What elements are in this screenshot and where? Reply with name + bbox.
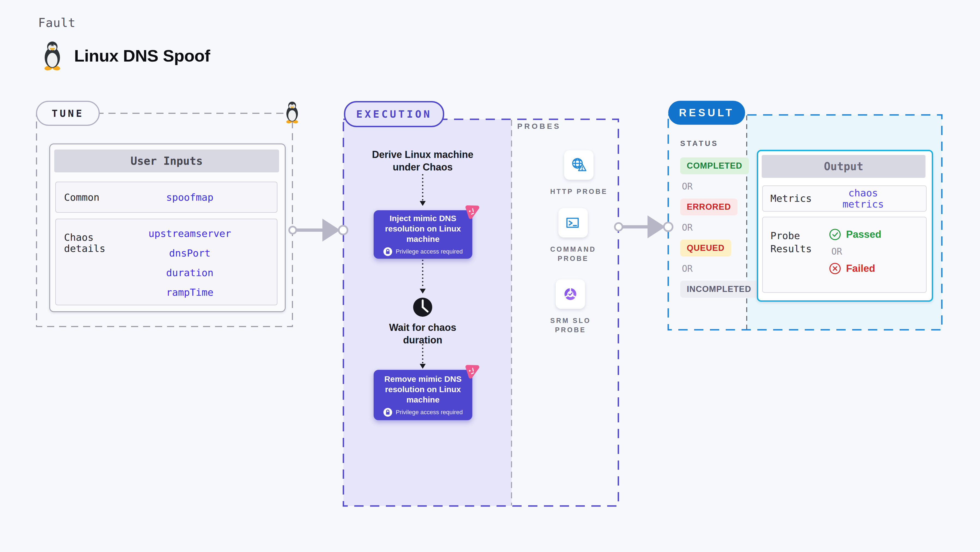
input-value-spoofmap[interactable]: spoofmap: [166, 192, 213, 203]
remove-card-text: Remove mimic DNS resolution on Linux mac…: [384, 374, 461, 405]
probe-item-srm-slo[interactable]: SRM SLO PROBE: [550, 279, 591, 335]
status-badge-incompleted: INCOMPLETED: [680, 281, 758, 298]
or-separator: OR: [832, 246, 842, 257]
input-value-dnsport[interactable]: dnsPort: [169, 247, 211, 259]
user-inputs-header: User Inputs: [54, 149, 279, 172]
probe-item-http[interactable]: HTTP PROBE: [550, 150, 608, 196]
probe-item-command[interactable]: COMMAND PROBE: [550, 208, 596, 263]
or-separator: OR: [682, 181, 693, 192]
input-value-duration[interactable]: duration: [166, 267, 213, 278]
check-circle-icon: [829, 228, 841, 241]
probe-results-label: Probe Results: [763, 217, 825, 255]
status-list: COMPLETED OR ERRORED OR QUEUED OR INCOMP…: [680, 157, 758, 298]
or-separator: OR: [682, 263, 693, 274]
globe-alert-icon: [570, 156, 588, 174]
page-title: Linux DNS Spoof: [74, 46, 210, 65]
result-section-label: RESULT: [668, 101, 745, 125]
input-row-label: Common: [56, 192, 135, 203]
command-probe-card[interactable]: [558, 208, 588, 238]
http-probe-card[interactable]: [564, 150, 593, 180]
output-row-metrics: Metrics chaos metrics: [762, 186, 927, 212]
tune-section-label: TUNE: [36, 101, 100, 126]
input-row-label: Chaos details: [56, 219, 135, 254]
tux-icon: [40, 40, 65, 71]
step-remove-dns-card[interactable]: Remove mimic DNS resolution on Linux mac…: [374, 370, 472, 420]
probe-result-passed: Passed: [829, 228, 881, 241]
status-badge-errored: ERRORED: [680, 198, 737, 216]
probe-label: HTTP PROBE: [550, 187, 608, 196]
probe-label: COMMAND PROBE: [550, 244, 596, 263]
probe-label: SRM SLO PROBE: [550, 316, 591, 335]
input-row-common: Common spoofmap: [55, 182, 277, 213]
step-derive-machine: Derive Linux machine under Chaos: [357, 148, 488, 173]
metrics-value-link[interactable]: chaos metrics: [825, 187, 926, 210]
arrow-tune-to-execution: [289, 219, 347, 241]
status-heading: STATUS: [680, 140, 718, 148]
privilege-note: Privilege access required: [396, 409, 463, 416]
arrow-execution-to-result: [615, 216, 673, 238]
step-inject-dns-card[interactable]: Inject mimic DNS resolution on Linux mac…: [374, 210, 472, 259]
status-badge-completed: COMPLETED: [680, 157, 749, 174]
metrics-label: Metrics: [763, 192, 825, 205]
output-header: Output: [762, 155, 926, 178]
tux-corner-icon: [283, 99, 301, 125]
lock-icon: [383, 247, 393, 256]
title-row: Linux DNS Spoof: [40, 40, 210, 71]
output-row-probe-results: Probe Results Passed OR: [762, 217, 927, 293]
execution-section-label: EXECUTION: [344, 101, 444, 127]
execution-panel: [344, 119, 512, 506]
lock-icon: [383, 408, 393, 417]
srm-slo-probe-card[interactable]: [556, 279, 585, 309]
chaos-badge-icon: [463, 363, 480, 380]
input-row-chaos-details: Chaos details upstreamserver dnsPort dur…: [55, 219, 277, 305]
or-separator: OR: [682, 222, 693, 233]
terminal-icon: [564, 214, 582, 232]
inject-card-text: Inject mimic DNS resolution on Linux mac…: [385, 213, 461, 244]
chaos-badge-icon: [463, 204, 480, 220]
fault-eyebrow: Fault: [38, 16, 75, 30]
step-wait-duration: Wait for chaos duration: [357, 321, 488, 346]
slo-donut-check-icon: [562, 285, 579, 303]
privilege-note: Privilege access required: [396, 248, 463, 255]
input-value-ramptime[interactable]: rampTime: [166, 287, 213, 298]
x-circle-icon: [829, 262, 841, 275]
probe-result-failed: Failed: [829, 262, 875, 275]
status-badge-queued: QUEUED: [680, 240, 731, 257]
input-value-upstreamserver[interactable]: upstreamserver: [148, 228, 231, 239]
probes-heading: PROBES: [517, 122, 561, 131]
